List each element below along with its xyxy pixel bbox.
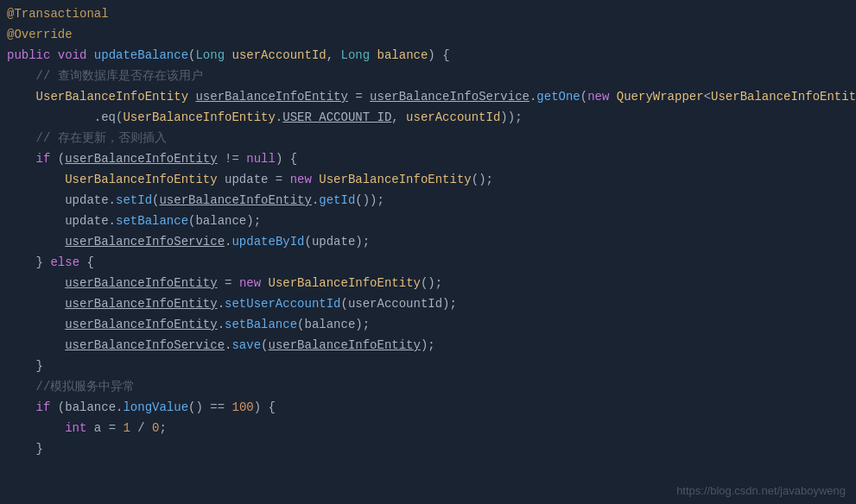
code-line: update.setId(userBalanceInfoEntity.getId… <box>0 190 856 211</box>
code-line: userBalanceInfoEntity.setBalance(balance… <box>0 314 856 335</box>
code-line: UserBalanceInfoEntity userBalanceInfoEnt… <box>0 86 856 107</box>
code-line: if (balance.longValue() == 100) { <box>0 397 856 418</box>
code-line: userBalanceInfoService.save(userBalanceI… <box>0 335 856 356</box>
code-line: // 查询数据库是否存在该用户 <box>0 66 856 86</box>
code-line: @Override <box>0 24 856 45</box>
code-line: userBalanceInfoService.updateById(update… <box>0 231 856 252</box>
code-line: .eq(UserBalanceInfoEntity.USER_ACCOUNT_I… <box>0 107 856 128</box>
code-line: if (userBalanceInfoEntity != null) { <box>0 148 856 169</box>
code-line: userBalanceInfoEntity = new UserBalanceI… <box>0 273 856 293</box>
code-line: userBalanceInfoEntity.setUserAccountId(u… <box>0 293 856 314</box>
code-line: UserBalanceInfoEntity update = new UserB… <box>0 169 856 190</box>
code-line: } else { <box>0 252 856 273</box>
code-line: // 存在更新，否则插入 <box>0 128 856 148</box>
code-editor: @Transactional@Overridepublic void updat… <box>0 0 856 504</box>
code-line: update.setBalance(balance); <box>0 211 856 231</box>
code-line: public void updateBalance(Long userAccou… <box>0 45 856 66</box>
code-line: //模拟服务中异常 <box>0 376 856 397</box>
code-line: } <box>0 356 856 376</box>
code-line: int a = 1 / 0; <box>0 418 856 438</box>
code-line: @Transactional <box>0 3 856 24</box>
code-line: } <box>0 438 856 459</box>
watermark: https://blog.csdn.net/javaboyweng <box>676 484 846 497</box>
